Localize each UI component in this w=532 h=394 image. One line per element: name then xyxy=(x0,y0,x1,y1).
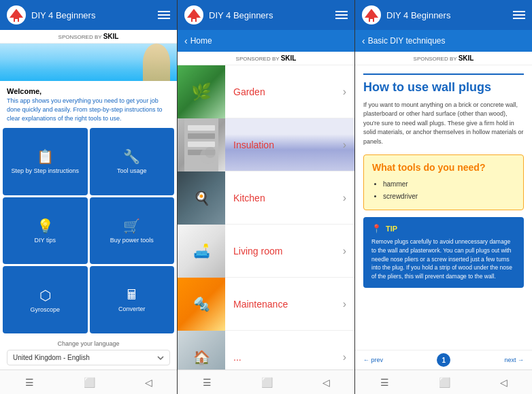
thumb-insulation xyxy=(178,118,225,171)
thumb-living-room: 🛋️ xyxy=(178,225,225,278)
thumb-garden: 🌿 xyxy=(178,65,225,118)
btn-diy-tips[interactable]: 💡 DIY tips xyxy=(3,197,88,265)
svg-rect-9 xyxy=(188,125,215,131)
nav-menu-home[interactable]: ☰ xyxy=(20,374,39,391)
nav-back-cats[interactable]: ◁ xyxy=(317,374,335,391)
category-more[interactable]: 🏠 ... › xyxy=(178,331,354,370)
nav-home-icon-cats: ⬜ xyxy=(261,377,273,388)
next-button[interactable]: next → xyxy=(504,357,524,363)
screen-home: DIY 4 Beginners SPONSORED BY SKIL Welcom… xyxy=(0,0,178,394)
nav-back-home[interactable]: ◁ xyxy=(139,374,158,391)
header-home: DIY 4 Beginners xyxy=(0,0,177,30)
nav-home-cats[interactable]: ⬜ xyxy=(256,374,278,391)
svg-point-14 xyxy=(205,147,216,158)
sponsored-text-article: SPONSORED BY xyxy=(414,56,457,62)
nav-menu-icon-article: ☰ xyxy=(380,377,389,388)
tool-icon: 🔧 xyxy=(123,148,140,165)
menu-button-article[interactable] xyxy=(513,11,525,19)
step-badge: 1 xyxy=(437,353,450,367)
welcome-title: Welcome, xyxy=(7,86,170,97)
category-living-room[interactable]: 🛋️ Living room › xyxy=(178,225,354,278)
cat-name-more: ... xyxy=(225,352,343,363)
nav-menu-icon-cats: ☰ xyxy=(203,377,212,388)
category-maintenance[interactable]: 🔩 Maintenance › xyxy=(178,278,354,331)
tool-item-screwdriver: screwdriver xyxy=(383,191,515,203)
btn-step-label: Step by Step instructions xyxy=(11,167,79,174)
sponsored-bar-article: SPONSORED BY SKIL xyxy=(355,52,532,65)
welcome-image xyxy=(0,44,177,81)
btn-converter[interactable]: 🖩 Converter xyxy=(90,266,175,333)
category-insulation[interactable]: Insulation › xyxy=(178,118,354,171)
tip-header: 📍 TIP xyxy=(371,224,516,233)
tools-box-title: What tools do you need? xyxy=(372,162,515,173)
cat-arrow-garden: › xyxy=(343,86,354,98)
bottom-nav-home: ☰ ⬜ ◁ xyxy=(0,370,177,394)
thumb-kitchen: 🍳 xyxy=(178,171,225,225)
category-garden[interactable]: 🌿 Garden › xyxy=(178,65,354,118)
svg-rect-11 xyxy=(188,142,215,147)
shop-icon: 🛒 xyxy=(123,218,140,234)
header-left-article: DIY 4 Beginners xyxy=(362,5,450,24)
btn-step-by-step[interactable]: 📋 Step by Step instructions xyxy=(3,128,88,195)
welcome-img-sim xyxy=(0,44,177,81)
prev-button[interactable]: ← prev xyxy=(363,357,383,363)
back-label-cats[interactable]: Home xyxy=(190,36,212,46)
tool-item-hammer: hammer xyxy=(383,178,515,191)
nav-back-icon-cats: ◁ xyxy=(322,377,330,388)
nav-back-article[interactable]: ◁ xyxy=(495,374,513,391)
tip-label: TIP xyxy=(386,225,397,233)
header-title-cats: DIY 4 Beginners xyxy=(209,10,273,20)
btn-tip-label: DIY tips xyxy=(35,237,56,244)
article-nav: ← prev 1 next → xyxy=(355,350,532,370)
tools-list: hammer screwdriver xyxy=(372,178,515,203)
cat-arrow-kitchen: › xyxy=(343,192,354,204)
article-body-text: If you want to mount anything on a brick… xyxy=(363,101,524,147)
sub-header-cats: ‹ Home xyxy=(178,30,354,52)
nav-home-home[interactable]: ⬜ xyxy=(78,374,101,391)
article-body: How to use wall plugs If you want to mou… xyxy=(355,65,532,350)
nav-home-icon-article: ⬜ xyxy=(439,377,450,388)
language-section: Change your language United Kingdom - En… xyxy=(0,336,177,370)
back-arrow-article: ‹ xyxy=(362,35,365,46)
header-left-home: DIY 4 Beginners xyxy=(7,5,95,24)
category-kitchen[interactable]: 🍳 Kitchen › xyxy=(178,171,354,225)
language-select[interactable]: United Kingdom - English xyxy=(7,350,170,365)
header-title-article: DIY 4 Beginners xyxy=(386,10,450,20)
menu-button-home[interactable] xyxy=(158,11,170,19)
home-content: SPONSORED BY SKIL Welcome, This app show… xyxy=(0,30,177,370)
article-separator xyxy=(363,73,524,75)
sub-header-article: ‹ Basic DIY techniques xyxy=(355,30,532,52)
header-left-cats: DIY 4 Beginners xyxy=(184,5,273,24)
grid-buttons: 📋 Step by Step instructions 🔧 Tool usage… xyxy=(0,125,177,336)
btn-buy-tools[interactable]: 🛒 Buy power tools xyxy=(90,197,175,265)
nav-back-icon-article: ◁ xyxy=(500,377,508,388)
cats-logo xyxy=(184,5,203,24)
btn-gyroscope[interactable]: ⬡ Gyroscope xyxy=(3,266,88,333)
cat-name-living-room: Living room xyxy=(225,246,343,257)
header-article: DIY 4 Beginners xyxy=(355,0,532,30)
bottom-nav-cats: ☰ ⬜ ◁ xyxy=(178,370,354,394)
calc-icon: 🖩 xyxy=(125,287,139,303)
cat-name-kitchen: Kitchen xyxy=(225,193,343,203)
cat-name-maintenance: Maintenance xyxy=(225,299,343,310)
cat-name-insulation: Insulation xyxy=(225,139,343,150)
gyro-icon: ⬡ xyxy=(39,287,51,303)
skil-logo-cats: SKIL xyxy=(281,54,297,62)
btn-tool-usage[interactable]: 🔧 Tool usage xyxy=(90,128,175,195)
svg-rect-18 xyxy=(370,19,373,22)
nav-home-article[interactable]: ⬜ xyxy=(433,374,456,391)
nav-menu-article[interactable]: ☰ xyxy=(375,374,395,391)
sponsored-text: SPONSORED BY xyxy=(59,34,102,40)
cat-arrow-living-room: › xyxy=(343,245,354,257)
article-content: SPONSORED BY SKIL How to use wall plugs … xyxy=(355,52,532,370)
thumb-more: 🏠 xyxy=(178,331,225,370)
welcome-section: Welcome, This app shows you everything y… xyxy=(0,81,177,125)
nav-menu-cats[interactable]: ☰ xyxy=(197,374,217,391)
cat-arrow-more: › xyxy=(343,351,354,363)
back-label-article[interactable]: Basic DIY techniques xyxy=(368,36,446,46)
nav-home-icon: ⬜ xyxy=(84,377,95,388)
svg-rect-3 xyxy=(15,19,18,22)
btn-shop-label: Buy power tools xyxy=(110,237,154,244)
menu-button-cats[interactable] xyxy=(335,11,348,19)
tip-pin-icon: 📍 xyxy=(371,224,382,233)
